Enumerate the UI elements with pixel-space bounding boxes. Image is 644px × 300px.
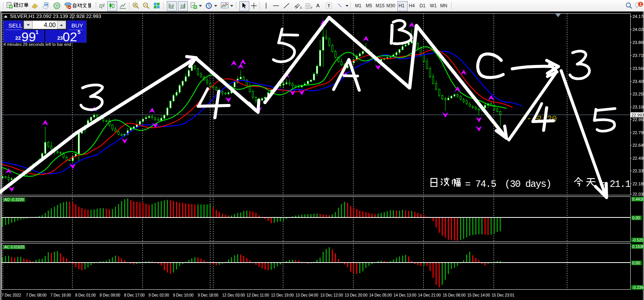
svg-text:7 Dec 16:00: 7 Dec 16:00 [50,293,71,297]
svg-text:AC 0.01625: AC 0.01625 [4,245,24,249]
svg-text:AO -0.3109: AO -0.3109 [4,198,24,202]
svg-text:13 Dec 04:00: 13 Dec 04:00 [295,293,318,297]
svg-text:SILVER,H1 23.092 23.139 22.92: SILVER,H1 23.092 23.139 22.928 22.993 [10,13,101,19]
svg-text:23.255: 23.255 [633,92,644,96]
svg-text:0.00: 0.00 [632,261,640,265]
svg-text:22.795: 22.795 [633,130,644,135]
svg-text:SELL: SELL [8,22,23,29]
svg-text:BUY: BUY [71,22,83,29]
svg-text:-0.5202: -0.5202 [632,238,644,242]
svg-text:22.993: 22.993 [631,113,644,117]
svg-text:8 Dec 01:00: 8 Dec 01:00 [75,293,96,297]
svg-text:22.335: 22.335 [633,169,644,173]
svg-text:5: 5 [77,29,81,35]
svg-text:15 Dec 06:00: 15 Dec 06:00 [443,293,466,297]
svg-text:12 Dec 19:00: 12 Dec 19:00 [271,293,294,297]
svg-text:14 Dec 05:00: 14 Dec 05:00 [369,293,392,297]
svg-text:23.865: 23.865 [633,40,644,45]
svg-text:8 Dec 09:00: 8 Dec 09:00 [100,293,120,297]
svg-text:0.4416: 0.4416 [632,197,644,201]
svg-text:23.100: 23.100 [633,105,644,109]
svg-text:9 Dec 02:00: 9 Dec 02:00 [148,293,169,297]
svg-text:1: 1 [36,29,39,35]
svg-text:7 Dec 2022: 7 Dec 2022 [2,293,21,297]
svg-text:23.715: 23.715 [633,53,644,58]
svg-text:23.405: 23.405 [633,79,644,84]
svg-text:22.185: 22.185 [633,182,644,186]
svg-text:4 minutes 29 seconds left to b: 4 minutes 29 seconds left to bar end [3,42,71,47]
svg-text:23.560: 23.560 [633,66,644,71]
svg-text:22.490: 22.490 [633,156,644,161]
svg-text:13 Dec 20:00: 13 Dec 20:00 [345,293,368,297]
svg-text:15 Dec 23:01: 15 Dec 23:01 [492,293,515,297]
svg-text:24.020: 24.020 [633,27,644,32]
svg-text:15 Dec 14:00: 15 Dec 14:00 [467,293,490,297]
svg-text:7 Dec 08:00: 7 Dec 08:00 [26,293,47,297]
svg-text:12 Dec 11:00: 12 Dec 11:00 [247,293,269,297]
svg-text:22: 22 [15,35,21,41]
svg-text:12 Dec 03:00: 12 Dec 03:00 [222,293,245,297]
svg-text:13 Dec 12:00: 13 Dec 12:00 [320,293,343,297]
svg-text:0.00: 0.00 [632,216,640,220]
svg-text:14 Dec 13:00: 14 Dec 13:00 [394,293,416,297]
svg-text:(30 days): (30 days) [505,179,551,190]
svg-text:22.950: 22.950 [633,117,644,122]
svg-text:23: 23 [57,35,63,41]
svg-text:9 Dec 10:00: 9 Dec 10:00 [173,293,194,297]
svg-text:0.15363: 0.15363 [632,244,644,249]
svg-text:14 Dec 21:00: 14 Dec 21:00 [418,293,441,297]
svg-text:22.030: 22.030 [633,192,644,196]
svg-text:8 Dec 17:00: 8 Dec 17:00 [124,293,145,297]
svg-text:4.00: 4.00 [44,22,56,28]
svg-text:22.645: 22.645 [633,143,644,148]
svg-text:24.170: 24.170 [633,14,644,19]
svg-text:9 Dec 18:00: 9 Dec 18:00 [198,293,218,297]
svg-text:-0.2366: -0.2366 [632,285,644,290]
svg-text:= 74.5: = 74.5 [465,179,496,190]
